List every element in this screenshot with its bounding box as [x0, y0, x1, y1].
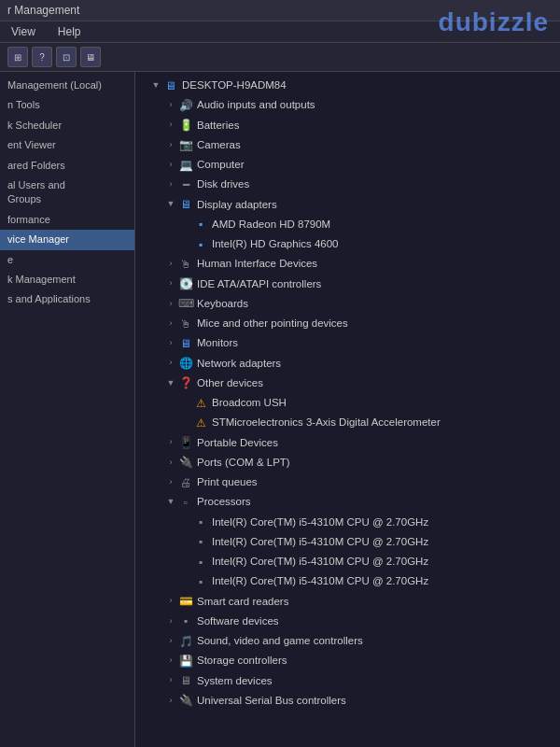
sidebar-item-shared-folders[interactable]: ared Folders [0, 156, 134, 176]
sidebar-item-performance[interactable]: formance [0, 210, 134, 230]
icon-sound: 🎵 [178, 634, 193, 649]
tree-item-computer[interactable]: › 💻 Computer [135, 155, 560, 175]
expand-smart: › [165, 596, 176, 607]
tree-item-batteries[interactable]: › 🔋 Batteries [135, 116, 560, 135]
tree-item-cpu1[interactable]: ▪ Intel(R) Core(TM) i5-4310M CPU @ 2.70G… [135, 513, 560, 532]
icon-mice: 🖱 [178, 317, 193, 331]
expand-cpu4 [180, 576, 191, 587]
icon-cpu4: ▪ [193, 574, 208, 589]
sidebar-item-event-viewer[interactable]: ent Viewer [0, 135, 134, 155]
label-computer: Computer [197, 157, 245, 173]
icon-disk: ━ [178, 177, 193, 192]
tree-item-stm[interactable]: ⚠ STMicroelectronics 3-Axis Digital Acce… [135, 413, 560, 432]
icon-cpu1: ▪ [193, 514, 208, 529]
expand-portable: › [165, 437, 176, 448]
icon-computer: 💻 [178, 158, 193, 173]
tree-item-smart[interactable]: › 💳 Smart card readers [135, 592, 560, 612]
tree-item-cameras[interactable]: › 📷 Cameras [135, 135, 560, 155]
label-system: System devices [197, 673, 273, 689]
tree-item-print[interactable]: › 🖨 Print queues [135, 472, 560, 492]
expand-hid: › [165, 259, 176, 270]
icon-batteries: 🔋 [178, 118, 193, 133]
icon-cpu3: ▪ [193, 555, 208, 570]
sidebar-item-device-manager[interactable]: vice Manager [0, 230, 134, 249]
expand-audio: › [165, 100, 176, 111]
expand-computer: › [165, 160, 176, 171]
sidebar: Management (Local) n Tools k Scheduler e… [0, 72, 135, 747]
label-stm: STMicroelectronics 3-Axis Digital Accele… [212, 415, 441, 430]
icon-display: 🖥 [178, 197, 193, 212]
tree-item-storage[interactable]: › 💾 Storage controllers [135, 651, 560, 670]
toolbar-btn-2[interactable]: ? [32, 47, 52, 67]
label-keyboards: Keyboards [197, 296, 248, 312]
sidebar-item-disk-management[interactable]: k Management [0, 270, 134, 289]
expand-broadcom [180, 398, 191, 409]
tree-item-portable[interactable]: › 📱 Portable Devices [135, 433, 560, 453]
watermark-text: dubizzle [439, 7, 549, 36]
tree-item-display[interactable]: ▼ 🖥 Display adapters [135, 195, 560, 215]
sidebar-item-e[interactable]: e [0, 250, 134, 270]
icon-desktop: 🖥 [163, 78, 178, 93]
tree-item-cpu2[interactable]: ▪ Intel(R) Core(TM) i5-4310M CPU @ 2.70G… [135, 532, 560, 552]
root-label: DESKTOP-H9ADM84 [182, 78, 287, 93]
toolbar-btn-4[interactable]: 🖥 [80, 47, 101, 67]
icon-ide: 💽 [178, 276, 193, 291]
label-software: Software devices [197, 613, 279, 629]
expand-disk: › [165, 179, 176, 190]
expand-other: ▼ [165, 377, 176, 388]
icon-software: ▪ [178, 613, 193, 628]
expand-intel-hd [180, 239, 191, 250]
tree-item-broadcom[interactable]: ⚠ Broadcom USH [135, 393, 560, 413]
icon-amd: ▪ [193, 217, 208, 232]
tree-item-cpu3[interactable]: ▪ Intel(R) Core(TM) i5-4310M CPU @ 2.70G… [135, 552, 560, 571]
menu-help[interactable]: Help [54, 23, 85, 40]
toolbar-btn-1[interactable]: ⊞ [7, 47, 28, 67]
tree-item-processors[interactable]: ▼ ▫ Processors [135, 492, 560, 512]
tree-item-audio[interactable]: › 🔊 Audio inputs and outputs [135, 95, 560, 115]
tree-item-hid[interactable]: › 🖱 Human Interface Devices [135, 254, 560, 274]
expand-batteries: › [165, 120, 176, 131]
tree-item-ide[interactable]: › 💽 IDE ATA/ATAPI controllers [135, 275, 560, 294]
expand-ide: › [165, 278, 176, 289]
expand-keyboards: › [165, 298, 176, 309]
tree-item-network[interactable]: › 🌐 Network adapters [135, 354, 560, 374]
expand-cpu1 [180, 516, 191, 528]
icon-audio: 🔊 [178, 98, 193, 113]
tree-item-ports[interactable]: › 🔌 Ports (COM & LPT) [135, 453, 560, 472]
label-usb: Universal Serial Bus controllers [197, 693, 346, 709]
label-ports: Ports (COM & LPT) [197, 455, 290, 471]
icon-other: ❓ [178, 375, 193, 390]
tree-item-amd[interactable]: ▪ AMD Radeon HD 8790M [135, 215, 560, 234]
expand-software: › [165, 615, 176, 627]
tree-item-usb[interactable]: › 🔌 Universal Serial Bus controllers [135, 691, 560, 711]
expand-network: › [165, 358, 176, 369]
icon-usb: 🔌 [178, 693, 193, 708]
icon-intel-hd: ▪ [193, 237, 208, 252]
sidebar-item-tools[interactable]: n Tools [0, 95, 134, 115]
tree-item-keyboards[interactable]: › ⌨ Keyboards [135, 294, 560, 314]
sidebar-item-services[interactable]: s and Applications [0, 289, 134, 309]
tree-item-mice[interactable]: › 🖱 Mice and other pointing devices [135, 314, 560, 333]
label-hid: Human Interface Devices [197, 256, 317, 272]
tree-item-software[interactable]: › ▪ Software devices [135, 612, 560, 631]
tree-item-intel-hd[interactable]: ▪ Intel(R) HD Graphics 4600 [135, 234, 560, 254]
tree-item-system[interactable]: › 🖥 System devices [135, 671, 560, 691]
tree-root[interactable]: ▼ 🖥 DESKTOP-H9ADM84 [135, 76, 560, 95]
label-cpu1: Intel(R) Core(TM) i5-4310M CPU @ 2.70GHz [212, 514, 428, 530]
tree-item-other[interactable]: ▼ ❓ Other devices [135, 374, 560, 393]
expand-ports: › [165, 457, 176, 468]
sidebar-item-management[interactable]: Management (Local) [0, 76, 134, 95]
tree-item-monitors[interactable]: › 🖥 Monitors [135, 333, 560, 353]
tree-item-cpu4[interactable]: ▪ Intel(R) Core(TM) i5-4310M CPU @ 2.70G… [135, 571, 560, 591]
tree-item-disk[interactable]: › ━ Disk drives [135, 175, 560, 194]
sidebar-item-users-groups[interactable]: al Users andGroups [0, 176, 134, 210]
expand-processors: ▼ [165, 497, 176, 508]
toolbar-btn-3[interactable]: ⊡ [56, 47, 77, 67]
sidebar-item-scheduler[interactable]: k Scheduler [0, 116, 134, 135]
icon-ports: 🔌 [178, 455, 193, 470]
label-storage: Storage controllers [197, 653, 287, 669]
menu-view[interactable]: View [7, 23, 39, 40]
label-monitors: Monitors [197, 335, 238, 351]
tree-item-sound[interactable]: › 🎵 Sound, video and game controllers [135, 631, 560, 651]
label-cpu4: Intel(R) Core(TM) i5-4310M CPU @ 2.70GHz [212, 573, 428, 589]
